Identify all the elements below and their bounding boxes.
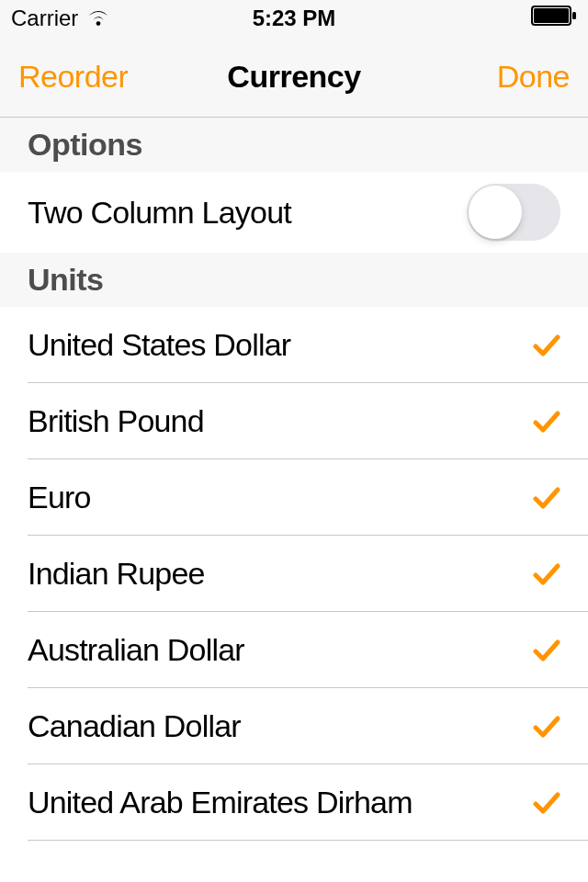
status-left: Carrier	[11, 6, 111, 31]
unit-label: United States Dollar	[28, 327, 290, 363]
checkmark-icon	[533, 639, 560, 662]
battery-icon	[531, 6, 577, 26]
done-button[interactable]: Done	[497, 59, 570, 95]
carrier-label: Carrier	[11, 6, 78, 31]
checkmark-icon	[533, 410, 560, 434]
unit-row[interactable]: United States Dollar	[0, 307, 588, 383]
two-column-switch[interactable]	[467, 184, 560, 241]
unit-label: Canadian Dollar	[28, 708, 241, 744]
reorder-button[interactable]: Reorder	[18, 59, 128, 95]
unit-row[interactable]: British Pound	[0, 383, 588, 459]
status-right	[531, 6, 577, 31]
two-column-label: Two Column Layout	[28, 195, 291, 231]
switch-knob	[469, 186, 522, 239]
status-time: 5:23 PM	[253, 6, 336, 31]
unit-label: Euro	[28, 480, 91, 515]
unit-label: United Arab Emirates Dirham	[28, 785, 413, 820]
unit-label: British Pound	[28, 403, 204, 439]
unit-row[interactable]: Indian Rupee	[0, 536, 588, 612]
checkmark-icon	[533, 791, 560, 815]
unit-row[interactable]: Australian Dollar	[0, 612, 588, 688]
unit-label: Australian Dollar	[28, 632, 244, 668]
checkmark-icon	[533, 486, 560, 510]
nav-bar: Reorder Currency Done	[0, 37, 588, 118]
checkmark-icon	[533, 562, 560, 586]
section-header-units: Units	[0, 253, 588, 307]
unit-row[interactable]: United Arab Emirates Dirham	[0, 764, 588, 841]
svg-rect-1	[534, 8, 569, 23]
svg-rect-2	[572, 12, 576, 19]
unit-row[interactable]: Canadian Dollar	[0, 688, 588, 764]
section-header-options: Options	[0, 118, 588, 172]
status-bar: Carrier 5:23 PM	[0, 0, 588, 37]
checkmark-icon	[533, 715, 560, 739]
unit-label: Indian Rupee	[28, 556, 205, 592]
checkmark-icon	[533, 334, 560, 357]
wifi-icon	[85, 9, 111, 28]
page-title: Currency	[227, 59, 360, 95]
unit-row[interactable]: Euro	[0, 459, 588, 536]
two-column-row: Two Column Layout	[0, 172, 588, 253]
